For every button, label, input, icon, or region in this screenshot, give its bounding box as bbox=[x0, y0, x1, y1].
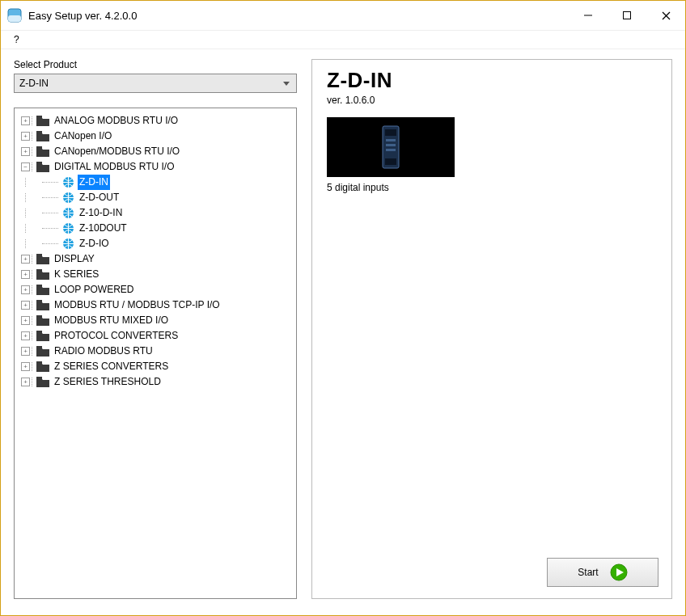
tree-folder-radio[interactable]: + RADIO MODBUS RTU bbox=[18, 344, 293, 359]
app-icon bbox=[7, 8, 22, 23]
detail-description: 5 digital inputs bbox=[327, 182, 658, 193]
svg-rect-21 bbox=[36, 346, 42, 348]
expand-icon[interactable]: + bbox=[21, 316, 30, 325]
svg-rect-17 bbox=[36, 285, 42, 287]
folder-icon bbox=[36, 361, 49, 372]
content-area: Select Product Z-D-IN + ANALOG MODBUS RT… bbox=[1, 49, 685, 615]
svg-rect-23 bbox=[36, 377, 42, 379]
play-icon bbox=[610, 563, 628, 581]
svg-rect-15 bbox=[36, 254, 42, 256]
tree-label: Z-D-IO bbox=[78, 236, 111, 251]
tree-folder-kseries[interactable]: + K SERIES bbox=[18, 267, 293, 282]
start-row: Start bbox=[327, 558, 658, 587]
left-column: Select Product Z-D-IN + ANALOG MODBUS RT… bbox=[14, 59, 297, 599]
collapse-icon[interactable]: − bbox=[21, 162, 30, 171]
svg-rect-20 bbox=[36, 331, 42, 333]
minimize-button[interactable] bbox=[569, 1, 608, 30]
tree-item-z10din[interactable]: Z-10-D-IN bbox=[18, 205, 293, 221]
product-select[interactable]: Z-D-IN bbox=[14, 74, 297, 93]
svg-rect-29 bbox=[386, 149, 396, 151]
tree-folder-proto[interactable]: + PROTOCOL CONVERTERS bbox=[18, 328, 293, 344]
expand-icon[interactable]: + bbox=[21, 331, 30, 340]
tree-label: DISPLAY bbox=[53, 251, 96, 267]
product-select-value: Z-D-IN bbox=[19, 78, 49, 89]
expand-icon[interactable]: + bbox=[21, 285, 30, 294]
expand-icon[interactable]: + bbox=[21, 147, 30, 156]
folder-icon bbox=[36, 377, 49, 387]
titlebar: Easy Setup ver. 4.2.0.0 bbox=[1, 1, 685, 30]
globe-icon bbox=[62, 192, 74, 204]
tree-folder-digital[interactable]: − DIGITAL MODBUS RTU I/O bbox=[18, 159, 293, 175]
maximize-button[interactable] bbox=[608, 1, 646, 30]
expand-icon[interactable]: + bbox=[21, 347, 30, 356]
tree-folder-display[interactable]: + DISPLAY bbox=[18, 251, 293, 267]
tree-folder-modrtu[interactable]: + MODBUS RTU / MODBUS TCP-IP I/O bbox=[18, 297, 293, 313]
expand-icon[interactable]: + bbox=[21, 116, 30, 125]
close-button[interactable] bbox=[646, 1, 685, 30]
globe-icon bbox=[62, 238, 74, 250]
globe-icon bbox=[62, 207, 74, 219]
help-menu[interactable]: ? bbox=[7, 32, 26, 47]
folder-icon bbox=[36, 315, 49, 326]
product-image bbox=[327, 117, 455, 177]
start-label: Start bbox=[578, 567, 598, 578]
tree-folder-analog[interactable]: + ANALOG MODBUS RTU I/O bbox=[18, 113, 293, 129]
tree-folder-canopen[interactable]: + CANopen I/O bbox=[18, 129, 293, 144]
svg-rect-28 bbox=[386, 144, 396, 146]
tree-folder-loop[interactable]: + LOOP POWERED bbox=[18, 282, 293, 297]
folder-icon bbox=[36, 146, 49, 157]
tree-item-zdout[interactable]: Z-D-OUT bbox=[18, 190, 293, 205]
tree-label: Z-10-D-IN bbox=[78, 205, 124, 221]
detail-panel: Z-D-IN ver. 1.0.6.0 5 digital inputs Sta… bbox=[311, 59, 672, 599]
folder-icon bbox=[36, 331, 49, 341]
select-product-label: Select Product bbox=[14, 59, 297, 70]
window-controls bbox=[569, 1, 685, 30]
svg-rect-27 bbox=[386, 139, 396, 141]
tree-item-zdio[interactable]: Z-D-IO bbox=[18, 236, 293, 251]
svg-rect-19 bbox=[36, 315, 42, 318]
tree-label: MODBUS RTU MIXED I/O bbox=[53, 313, 170, 328]
tree-item-zdin[interactable]: Z-D-IN bbox=[18, 175, 293, 190]
tree-label: ANALOG MODBUS RTU I/O bbox=[53, 113, 180, 129]
start-button[interactable]: Start bbox=[547, 558, 658, 587]
globe-icon bbox=[62, 176, 74, 188]
expand-icon[interactable]: + bbox=[21, 301, 30, 310]
globe-icon bbox=[62, 222, 74, 234]
expand-icon[interactable]: + bbox=[21, 255, 30, 264]
tree-label: PROTOCOL CONVERTERS bbox=[53, 328, 180, 344]
detail-title: Z-D-IN bbox=[327, 68, 658, 93]
folder-icon bbox=[36, 269, 49, 280]
product-tree[interactable]: + ANALOG MODBUS RTU I/O + CANopen I/O + … bbox=[14, 108, 297, 599]
tree-folder-canmod[interactable]: + CANopen/MODBUS RTU I/O bbox=[18, 144, 293, 159]
svg-rect-25 bbox=[385, 129, 396, 136]
tree-label: DIGITAL MODBUS RTU I/O bbox=[53, 159, 176, 175]
tree-label: Z SERIES THRESHOLD bbox=[53, 374, 163, 390]
folder-icon bbox=[36, 300, 49, 310]
tree-folder-modmixed[interactable]: + MODBUS RTU MIXED I/O bbox=[18, 313, 293, 328]
tree-label: MODBUS RTU / MODBUS TCP-IP I/O bbox=[53, 297, 222, 313]
tree-label: RADIO MODBUS RTU bbox=[53, 344, 155, 359]
expand-icon[interactable]: + bbox=[21, 132, 30, 141]
tree-label: Z-D-OUT bbox=[78, 190, 121, 205]
svg-rect-26 bbox=[385, 158, 396, 165]
folder-icon bbox=[36, 346, 49, 357]
svg-rect-7 bbox=[36, 131, 42, 133]
expand-icon[interactable]: + bbox=[21, 270, 30, 279]
tree-item-z10dout[interactable]: Z-10DOUT bbox=[18, 221, 293, 236]
tree-label: LOOP POWERED bbox=[53, 282, 135, 297]
svg-rect-3 bbox=[624, 12, 631, 19]
folder-icon bbox=[36, 254, 49, 264]
expand-icon[interactable]: + bbox=[21, 362, 30, 371]
tree-folder-zthresh[interactable]: + Z SERIES THRESHOLD bbox=[18, 374, 293, 390]
window-title: Easy Setup ver. 4.2.0.0 bbox=[28, 10, 569, 22]
expand-icon[interactable]: + bbox=[21, 378, 30, 386]
tree-label: CANopen I/O bbox=[53, 129, 113, 144]
app-window: Easy Setup ver. 4.2.0.0 ? Select Product… bbox=[0, 0, 686, 616]
tree-label: CANopen/MODBUS RTU I/O bbox=[53, 144, 181, 159]
module-icon bbox=[378, 124, 404, 170]
svg-rect-6 bbox=[36, 116, 42, 118]
detail-version: ver. 1.0.6.0 bbox=[327, 95, 658, 106]
svg-rect-16 bbox=[36, 269, 42, 272]
svg-rect-9 bbox=[36, 162, 42, 164]
tree-folder-zconv[interactable]: + Z SERIES CONVERTERS bbox=[18, 359, 293, 374]
